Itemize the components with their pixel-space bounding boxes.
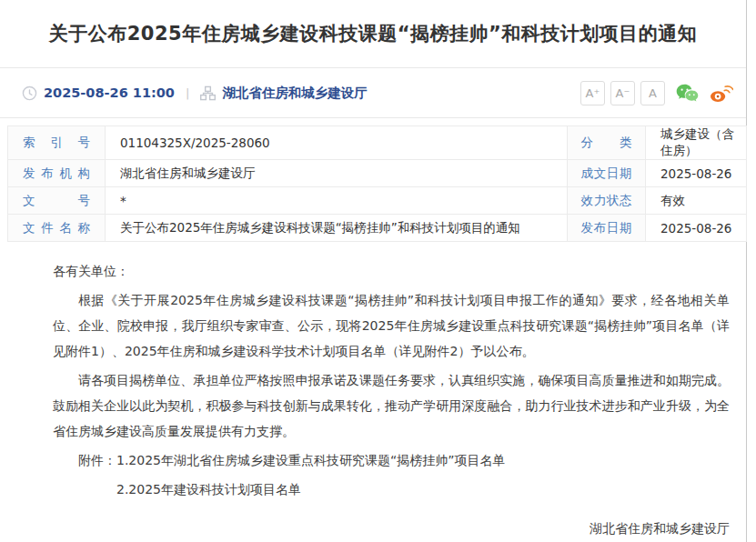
field-value-doc-title: 关于公布2025年住房城乡建设科技课题“揭榜挂帅”和科技计划项目的通知 <box>106 215 568 242</box>
signature-agency: 湖北省住房和城乡建设厅 <box>53 516 730 541</box>
field-value-written-date: 2025-08-26 <box>646 160 747 187</box>
font-decrease-button[interactable]: A⁻ <box>610 81 635 105</box>
document-info-table: 索引号 01104325X/2025-28060 分类 城乡建设（含住房） 发布… <box>7 125 747 242</box>
attachment-line-1: 附件：1.2025年湖北省住房城乡建设重点科技研究课题“揭榜挂帅”项目名单 <box>53 447 730 473</box>
attachment-line-2: 2.2025年建设科技计划项目名单 <box>53 477 730 502</box>
field-value-publish-date: 2025-08-26 <box>646 215 747 242</box>
paragraph: 请各项目揭榜单位、承担单位严格按照申报承诺及课题任务要求，认真组织实施，确保项目… <box>53 367 730 444</box>
field-value-index-number: 01104325X/2025-28060 <box>106 126 568 160</box>
field-label-validity-status: 效力状态 <box>568 187 646 215</box>
clock-icon <box>22 85 37 101</box>
source-name: 湖北省住房和城乡建设厅 <box>222 85 368 102</box>
field-label-doc-title: 文件名称 <box>8 215 106 242</box>
field-value-issuing-agency: 湖北省住房和城乡建设厅 <box>106 160 568 187</box>
article-page: 关于公布2025年住房城乡建设科技课题“揭榜挂帅”和科技计划项目的通知 2025… <box>0 0 747 542</box>
weibo-share-icon[interactable] <box>710 84 733 103</box>
field-label-publish-date: 发布日期 <box>568 215 646 242</box>
title-block: 关于公布2025年住房城乡建设科技课题“揭榜挂帅”和科技计划项目的通知 <box>0 0 746 68</box>
field-value-validity-status: 有效 <box>646 187 747 215</box>
font-reset-button[interactable]: A <box>640 81 665 105</box>
field-label-category: 分类 <box>568 126 646 160</box>
font-increase-button[interactable]: A⁺ <box>580 81 605 105</box>
sitemap-icon <box>200 85 216 101</box>
page-title: 关于公布2025年住房城乡建设科技课题“揭榜挂帅”和科技计划项目的通知 <box>49 21 698 46</box>
toolbar: A⁺ A⁻ A <box>575 81 733 105</box>
table-row: 索引号 01104325X/2025-28060 分类 城乡建设（含住房） <box>8 126 747 160</box>
field-label-index-number: 索引号 <box>8 126 106 160</box>
wechat-share-icon[interactable] <box>676 84 699 103</box>
meta-bar: 2025-08-26 11:00 | 湖北省住房和城乡建设厅 A⁺ A⁻ A <box>0 68 746 118</box>
field-value-category: 城乡建设（含住房） <box>646 126 747 160</box>
field-value-doc-number: * <box>106 187 568 215</box>
table-row: 文号 * 效力状态 有效 <box>8 187 747 215</box>
paragraph: 根据《关于开展2025年住房城乡建设科技课题“揭榜挂帅”和科技计划项目申报工作的… <box>53 287 730 364</box>
table-row: 文件名称 关于公布2025年住房城乡建设科技课题“揭榜挂帅”和科技计划项目的通知… <box>8 215 747 242</box>
meta-separator: | <box>186 86 189 100</box>
document-body: 各有关单位： 根据《关于开展2025年住房城乡建设科技课题“揭榜挂帅”和科技计划… <box>0 242 746 542</box>
publish-datetime: 2025-08-26 11:00 <box>44 85 175 100</box>
salutation: 各有关单位： <box>53 258 730 284</box>
field-label-written-date: 成文日期 <box>568 160 646 187</box>
meta-info: 2025-08-26 11:00 | 湖北省住房和城乡建设厅 <box>22 85 368 102</box>
field-label-doc-number: 文号 <box>8 187 106 215</box>
field-label-issuing-agency: 发布机构 <box>8 160 106 187</box>
table-row: 发布机构 湖北省住房和城乡建设厅 成文日期 2025-08-26 <box>8 160 747 187</box>
